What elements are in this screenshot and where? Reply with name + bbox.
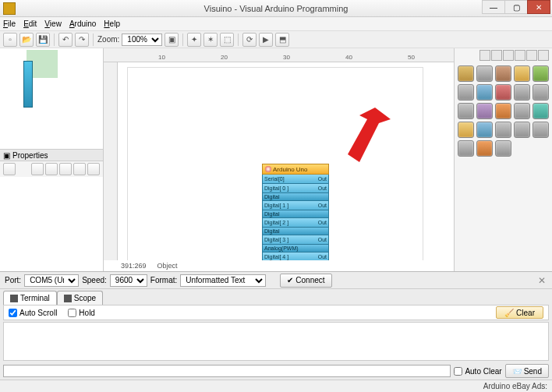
component-14[interactable] (514, 103, 530, 119)
component-13[interactable] (495, 103, 511, 119)
new-button[interactable]: ▫ (3, 33, 17, 47)
save-button[interactable]: 💾 (36, 33, 50, 47)
object-label: Object (157, 262, 178, 270)
component-2[interactable] (476, 65, 493, 82)
autoscroll-checkbox[interactable]: Auto Scroll (9, 309, 57, 317)
annotation-arrow (336, 108, 391, 170)
speed-select[interactable]: 9600 (110, 274, 147, 287)
pal-tool-1[interactable] (479, 50, 490, 61)
component-4[interactable] (514, 65, 530, 82)
menu-edit[interactable]: Edit (23, 19, 37, 28)
tab-terminal[interactable]: Terminal (3, 291, 57, 305)
send-button[interactable]: 📨Send (505, 364, 549, 378)
prop-btn-1[interactable] (3, 163, 16, 175)
properties-header[interactable]: ▣Properties (0, 149, 103, 161)
component-6[interactable] (458, 84, 474, 101)
component-9[interactable] (514, 84, 530, 101)
component-7[interactable] (476, 84, 493, 101)
prop-btn-2[interactable] (31, 163, 44, 175)
design-canvas[interactable]: Arduino Uno Serial[0]Out Digital[ 0 ]Out… (118, 62, 454, 260)
prop-btn-6[interactable] (87, 163, 100, 175)
tool-d[interactable]: ⟳ (242, 33, 257, 47)
bottom-tabs: Terminal Scope (0, 289, 552, 305)
component-16[interactable] (458, 122, 474, 138)
menu-file[interactable]: FFileile (3, 19, 16, 28)
main-toolbar: ▫ 📂 💾 ↶ ↷ Zoom: 100% ▣ ✦ ✶ ⬚ ⟳ ▶ ⬒ (0, 31, 552, 48)
component-18[interactable] (495, 122, 511, 138)
pal-tool-2[interactable] (491, 50, 502, 61)
send-input[interactable] (3, 365, 451, 377)
terminal-output[interactable] (3, 322, 549, 361)
tool-e[interactable]: ▶ (259, 33, 273, 47)
port-label: Port: (5, 276, 21, 284)
menu-arduino[interactable]: Arduino (69, 19, 96, 28)
menu-help[interactable]: Help (104, 19, 120, 28)
component-8[interactable] (495, 84, 511, 101)
pal-tool-4[interactable] (515, 50, 525, 61)
format-select[interactable]: Unformatted Text (180, 274, 266, 287)
clear-icon: 🧹 (504, 309, 514, 317)
terminal-icon (10, 295, 18, 302)
component-5[interactable] (533, 65, 549, 82)
connect-button[interactable]: ✔Connect (280, 274, 331, 288)
component-23[interactable] (495, 140, 511, 157)
component-17[interactable] (476, 122, 493, 138)
pal-tool-6[interactable] (538, 50, 549, 61)
window-title: Visuino - Visual Arduino Programming (204, 4, 349, 13)
component-19[interactable] (514, 122, 530, 138)
component-12[interactable] (476, 103, 493, 119)
tab-scope[interactable]: Scope (57, 291, 103, 305)
arduino-component[interactable]: Arduino Uno Serial[0]Out Digital[ 0 ]Out… (262, 164, 329, 260)
terminal-options: Auto Scroll Hold 🧹Clear (3, 305, 549, 320)
prop-btn-5[interactable] (73, 163, 86, 175)
tool-a[interactable]: ✦ (187, 33, 201, 47)
overview-thumbnail[interactable] (0, 48, 103, 149)
bottom-panel: Port: COM5 (Unava Speed: 9600 Format: Un… (0, 271, 552, 392)
hold-checkbox[interactable]: Hold (68, 309, 95, 317)
component-1[interactable] (458, 65, 474, 82)
pal-tool-3[interactable] (503, 50, 514, 61)
titlebar: Visuino - Visual Arduino Programming — ▢… (0, 0, 552, 17)
clear-button[interactable]: 🧹Clear (496, 306, 543, 319)
left-panel: ▣Properties (0, 48, 104, 271)
open-button[interactable]: 📂 (19, 33, 34, 47)
close-button[interactable]: ✕ (527, 0, 550, 14)
format-label: Format: (150, 276, 177, 284)
minimize-button[interactable]: — (482, 0, 505, 14)
speed-label: Speed: (82, 276, 107, 284)
redo-button[interactable]: ↷ (75, 33, 89, 47)
ads-label: Arduino eBay Ads: (483, 382, 547, 390)
tool-b[interactable]: ✶ (203, 33, 218, 47)
tool-c[interactable]: ⬚ (220, 33, 234, 47)
component-3[interactable] (495, 65, 511, 82)
ruler-horizontal: 10 20 30 40 50 (104, 48, 454, 62)
connect-icon: ✔ (287, 276, 293, 284)
zoom-select[interactable]: 100% (122, 34, 162, 46)
component-21[interactable] (458, 140, 474, 157)
svg-marker-0 (348, 108, 391, 162)
app-icon (3, 2, 16, 15)
panel-close-icon[interactable]: ✕ (536, 275, 547, 286)
properties-body (0, 177, 103, 271)
tool-f[interactable]: ⬒ (275, 33, 289, 47)
maximize-button[interactable]: ▢ (504, 0, 528, 14)
cursor-coords: 391:269 (121, 262, 147, 270)
prop-btn-4[interactable] (59, 163, 72, 175)
send-icon: 📨 (512, 367, 522, 376)
prop-btn-3[interactable] (45, 163, 58, 175)
port-select[interactable]: COM5 (Unava (24, 274, 79, 287)
undo-button[interactable]: ↶ (58, 33, 73, 47)
canvas-statusbar: 391:269 Object (118, 260, 181, 271)
properties-toolbar (0, 161, 103, 177)
component-11[interactable] (458, 103, 474, 119)
autoclear-checkbox[interactable]: Auto Clear (454, 367, 501, 376)
menu-view[interactable]: View (44, 19, 62, 28)
component-10[interactable] (533, 84, 549, 101)
component-20[interactable] (533, 122, 549, 138)
arduino-header[interactable]: Arduino Uno (262, 164, 329, 175)
pal-tool-5[interactable] (526, 50, 537, 61)
component-15[interactable] (533, 103, 549, 119)
component-palette (454, 48, 552, 271)
component-22[interactable] (476, 140, 493, 157)
zoom-fit-button[interactable]: ▣ (165, 33, 179, 47)
